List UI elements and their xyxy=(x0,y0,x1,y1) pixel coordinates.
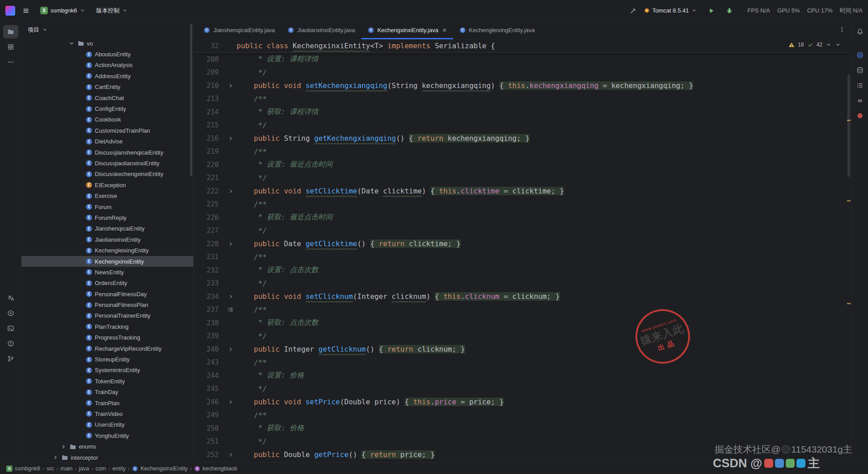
tree-item[interactable]: CCoachChat xyxy=(21,92,193,103)
line-number[interactable]: 243 xyxy=(194,358,225,366)
breadcrumb-item[interactable]: fkechengbiaoti xyxy=(194,466,237,472)
tree-item[interactable]: CPersonalFitnessDay xyxy=(21,289,193,299)
tree-item[interactable]: CKechengxinxiEntity xyxy=(21,256,193,267)
more-tools-tool-button[interactable] xyxy=(3,55,18,69)
tree-item[interactable]: CEIException xyxy=(21,180,193,190)
line-number[interactable]: 222 xyxy=(194,187,225,195)
line-number[interactable]: 219 xyxy=(194,147,225,155)
tree-item[interactable]: CKechengleixingEntity xyxy=(21,245,193,256)
line-number[interactable]: 228 xyxy=(194,240,225,248)
line-number[interactable]: 245 xyxy=(194,385,225,393)
terminal-tool-button[interactable] xyxy=(3,322,18,335)
line-number[interactable]: 240 xyxy=(194,345,225,353)
line-number[interactable]: 250 xyxy=(194,424,225,432)
tree-item[interactable]: CUsersEntity xyxy=(21,419,193,430)
version-control-tool-button[interactable] xyxy=(3,352,18,365)
gutter-cell[interactable] xyxy=(225,452,237,458)
tree-item[interactable]: enums xyxy=(21,441,193,452)
gutter-cell[interactable] xyxy=(225,294,237,300)
gutter-cell[interactable] xyxy=(225,346,237,352)
line-number[interactable]: 234 xyxy=(194,293,225,301)
line-number[interactable]: 214 xyxy=(194,108,225,116)
line-number[interactable]: 239 xyxy=(194,332,225,340)
tree-item[interactable]: CStoreupEntity xyxy=(21,354,193,365)
tree-scrollbar[interactable] xyxy=(190,24,192,176)
bookmarks-tool-button[interactable] xyxy=(852,79,868,92)
tree-item[interactable]: CForumReply xyxy=(21,212,193,223)
tree-item[interactable]: CPersonalTrainerEntity xyxy=(21,310,193,321)
line-number[interactable]: 246 xyxy=(194,398,225,406)
breadcrumb-item[interactable]: com xyxy=(95,466,106,472)
tree-item[interactable]: CDiscussjianshenqicaiEntity xyxy=(21,147,193,158)
main-menu-button[interactable] xyxy=(19,5,33,17)
breadcrumb-item[interactable]: CKechengxinxiEntity xyxy=(132,466,188,472)
tree-item[interactable]: vo xyxy=(21,38,193,49)
vcs-widget[interactable]: 版本控制 xyxy=(93,4,131,17)
tree-item[interactable]: CConfigEntity xyxy=(21,103,193,114)
tree-item[interactable]: CRechargeVipRecordEntity xyxy=(21,343,193,354)
tree-item[interactable]: CTrainDay xyxy=(21,387,193,398)
project-tool-button[interactable] xyxy=(3,25,18,38)
problems-tool-button[interactable] xyxy=(3,337,18,350)
gutter-cell[interactable] xyxy=(225,188,237,194)
line-number[interactable]: 216 xyxy=(194,134,225,143)
line-number[interactable]: 252 xyxy=(194,451,225,459)
tree-item[interactable]: CExercise xyxy=(21,190,193,201)
gutter-cell[interactable] xyxy=(225,135,237,142)
debug-button[interactable] xyxy=(722,5,737,17)
tree-item[interactable]: CTrainVideo xyxy=(21,408,193,419)
run-configuration-widget[interactable]: Tomcat 8.5.41 xyxy=(640,5,701,16)
line-number[interactable]: 238 xyxy=(194,319,225,327)
gutter-cell[interactable] xyxy=(225,241,237,247)
next-issue-button[interactable] xyxy=(835,42,841,48)
tree-item[interactable]: CCustomizedTrainPlan xyxy=(21,125,193,136)
tree-item[interactable]: CPersonalFitnessPlan xyxy=(21,299,193,310)
tab-options-button[interactable] xyxy=(838,26,846,34)
tab-JianshenqicaiEntity.java[interactable]: CJianshenqicaiEntity.java xyxy=(197,21,281,39)
line-number[interactable]: 213 xyxy=(194,95,225,103)
line-number[interactable]: 249 xyxy=(194,411,225,419)
tree-item[interactable]: CProgressTracking xyxy=(21,332,193,343)
tab-KechengleixingEntity.java[interactable]: CKechengleixingEntity.java xyxy=(453,21,541,39)
project-widget[interactable]: S ssmbgnk6 xyxy=(37,4,89,17)
line-number[interactable]: 220 xyxy=(194,161,225,169)
tree-item[interactable]: CForum xyxy=(21,201,193,212)
line-number[interactable]: 227 xyxy=(194,227,225,235)
close-icon[interactable]: × xyxy=(442,27,446,34)
tree-item[interactable]: CSystemintroEntity xyxy=(21,365,193,376)
tree-item[interactable]: interceptor xyxy=(21,452,193,462)
line-number[interactable]: 237 xyxy=(194,306,225,314)
notifications-tool-button[interactable] xyxy=(852,25,868,38)
services-tool-button[interactable] xyxy=(3,306,18,320)
maven-tool-button[interactable]: m xyxy=(852,94,868,107)
line-number[interactable]: 232 xyxy=(194,266,225,274)
gutter-cell[interactable] xyxy=(225,83,237,89)
line-number[interactable]: 251 xyxy=(194,437,225,445)
tree-item[interactable]: CYonghuEntity xyxy=(21,430,193,441)
line-number[interactable]: 231 xyxy=(194,253,225,261)
line-number[interactable]: 226 xyxy=(194,214,225,222)
tree-item[interactable]: CAboutusEntity xyxy=(21,49,193,59)
breadcrumb-item[interactable]: main xyxy=(60,466,72,472)
code-area[interactable]: 208 * 设置: 课程详情209 */210 public void setK… xyxy=(194,53,851,462)
breadcrumb-item[interactable]: java xyxy=(79,466,89,472)
gutter-cell[interactable] xyxy=(225,399,237,405)
run-button[interactable] xyxy=(704,5,719,17)
breadcrumb-item[interactable]: src xyxy=(47,466,54,472)
previous-issue-button[interactable] xyxy=(826,42,832,48)
line-number[interactable]: 215 xyxy=(194,121,225,129)
tree-item[interactable]: CJianshenqicaiEntity xyxy=(21,223,193,234)
tree-item[interactable]: COrdersEntity xyxy=(21,278,193,289)
tree-item[interactable]: CTokenEntity xyxy=(21,376,193,386)
line-number[interactable]: 210 xyxy=(194,82,225,90)
translation-tool-button[interactable] xyxy=(3,291,18,305)
tree-item[interactable]: CNewsEntity xyxy=(21,267,193,277)
tree-item[interactable]: CPlanTracking xyxy=(21,321,193,332)
database-tool-button[interactable] xyxy=(852,63,868,77)
line-number[interactable]: 32 xyxy=(194,42,225,50)
line-number[interactable]: 244 xyxy=(194,372,225,380)
tree-item[interactable]: CJiaolianxinxiEntity xyxy=(21,234,193,245)
tree-item[interactable]: CAddressEntity xyxy=(21,71,193,81)
plugin-tool-button[interactable] xyxy=(852,109,868,122)
tree-item[interactable]: CCartEntity xyxy=(21,82,193,92)
